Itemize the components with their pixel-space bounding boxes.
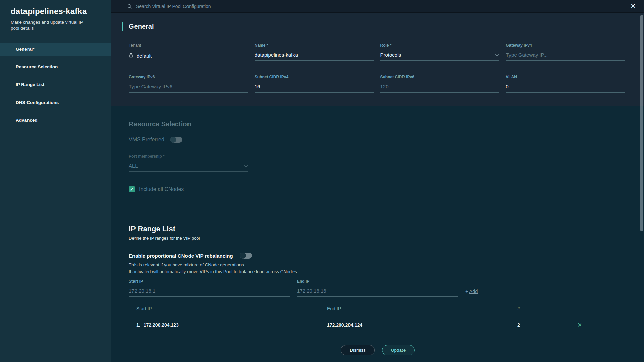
general-fields: Tenant default Name * <box>129 43 625 93</box>
chevron-down-icon <box>495 52 499 58</box>
row-index: 1. <box>136 322 140 328</box>
general-title: General <box>129 23 154 31</box>
ip-range-inputs: Start IP End IP +Add <box>129 279 625 297</box>
section-accent-bar <box>122 22 123 31</box>
gateway-ipv6-input[interactable] <box>129 84 248 89</box>
vms-preferred-toggle[interactable] <box>170 137 182 143</box>
delete-row-icon[interactable]: ✕ <box>573 322 586 329</box>
row-end-ip: 172.200.204.124 <box>327 322 517 328</box>
sidebar-header: datapipelines-kafka Make changes and upd… <box>0 0 111 32</box>
rebalancing-description-line1: This is relevant if you have mixture of … <box>129 262 625 268</box>
gateway-ipv4-input[interactable] <box>506 52 625 58</box>
role-label: Role * <box>380 43 499 48</box>
subnet-cidr-ipv4-field: Subnet CIDR IPv4 <box>255 75 374 93</box>
sidebar-item-advanced[interactable]: Advanced <box>0 114 111 127</box>
ip-range-list-subtitle: Define the IP ranges for the VIP pool <box>129 236 625 241</box>
port-membership-field: Port membership * ALL <box>129 154 248 172</box>
name-input[interactable] <box>255 52 374 58</box>
rebalancing-toggle[interactable] <box>240 253 252 259</box>
header-start-ip: Start IP <box>129 306 327 311</box>
rebalancing-description: This is relevant if you have mixture of … <box>129 262 625 275</box>
search-bar: ✕ <box>111 0 644 13</box>
virtual-ip-pool-config-dialog: datapipelines-kafka Make changes and upd… <box>0 0 644 362</box>
subnet-cidr-ipv6-field: Subnet CIDR IPv6 <box>380 75 499 93</box>
search-input[interactable] <box>136 4 280 9</box>
row-count: 2 <box>517 322 573 328</box>
pool-subtitle: Make changes and update virtual IP pool … <box>11 19 89 32</box>
ip-range-list-title: IP Range List <box>129 225 625 233</box>
port-membership-label: Port membership * <box>129 154 248 159</box>
name-label: Name * <box>255 43 374 48</box>
sidebar-item-dns-configurations[interactable]: DNS Configurations <box>0 96 111 109</box>
pool-title: datapipelines-kafka <box>11 7 100 16</box>
role-select[interactable]: Protocols <box>380 51 499 61</box>
role-value: Protocols <box>380 52 401 58</box>
gateway-ipv6-label: Gateway IPv6 <box>129 75 248 79</box>
gateway-ipv4-label: Gateway IPv4 <box>506 43 625 48</box>
subnet-cidr-ipv4-input[interactable] <box>255 84 374 89</box>
vms-preferred-label: VMS Preferred <box>129 137 164 143</box>
rebalancing-description-line2: If activated will automatically move VIP… <box>129 268 625 275</box>
gateway-ipv4-field: Gateway IPv4 <box>506 43 625 61</box>
include-all-cnodes-label: Include all CNodes <box>139 186 184 192</box>
add-ip-range-button[interactable]: +Add <box>465 289 478 297</box>
end-ip-label: End IP <box>297 279 458 284</box>
sidebar-item-resource-selection[interactable]: Resource Selection <box>0 60 111 74</box>
table-row: 1. 172.200.204.123 172.200.204.124 2 ✕ <box>129 316 625 334</box>
sidebar-item-ip-range-list[interactable]: IP Range List <box>0 78 111 92</box>
sidebar-divider <box>0 37 111 37</box>
tenant-name: default <box>137 53 152 59</box>
tenant-label: Tenant <box>129 43 248 48</box>
sidebar-nav: General* Resource Selection IP Range Lis… <box>0 43 111 127</box>
gateway-ipv6-field: Gateway IPv6 <box>129 75 248 93</box>
lock-icon <box>129 53 133 59</box>
subnet-cidr-ipv6-input[interactable] <box>380 84 499 89</box>
dismiss-button[interactable]: Dismiss <box>341 345 375 355</box>
vlan-label: VLAN <box>506 75 625 79</box>
role-field: Role * Protocols <box>380 43 499 61</box>
ip-range-table-header: Start IP End IP # <box>129 301 625 316</box>
toggle-knob <box>170 137 176 143</box>
subnet-cidr-ipv6-label: Subnet CIDR IPv6 <box>380 75 499 79</box>
section-general: General Tenant default <box>111 13 644 106</box>
vlan-field: VLAN <box>506 75 625 93</box>
section-ip-range-list: IP Range List Define the IP ranges for t… <box>111 225 644 334</box>
scrollbar-thumb[interactable] <box>640 15 643 231</box>
sidebar-item-general[interactable]: General* <box>0 43 111 56</box>
header-count: # <box>517 306 573 311</box>
include-all-cnodes-checkbox[interactable]: ✓ <box>129 186 135 192</box>
header-end-ip: End IP <box>327 306 517 311</box>
end-ip-field: End IP <box>297 279 458 297</box>
tenant-value: default <box>129 51 248 61</box>
name-field: Name * <box>255 43 374 61</box>
section-resource-selection: Resource Selection VMS Preferred Port me… <box>111 106 644 192</box>
rebalancing-label: Enable proportional CNode VIP rebalancin… <box>129 253 233 259</box>
sidebar: datapipelines-kafka Make changes and upd… <box>0 0 111 362</box>
plus-icon: + <box>465 289 468 294</box>
dialog-footer: Dismiss Update <box>111 338 644 362</box>
start-ip-field: Start IP <box>129 279 290 297</box>
row-start-ip: 172.200.204.123 <box>144 322 179 328</box>
update-button[interactable]: Update <box>382 345 415 355</box>
ip-range-table: Start IP End IP # 1. 172.200.204.123 172… <box>129 301 625 334</box>
port-membership-value: ALL <box>129 163 138 169</box>
vlan-input[interactable] <box>506 84 625 89</box>
port-membership-select[interactable]: ALL <box>129 162 248 172</box>
search-icon <box>127 4 132 9</box>
subnet-cidr-ipv4-label: Subnet CIDR IPv4 <box>255 75 374 79</box>
close-icon[interactable]: ✕ <box>630 1 636 11</box>
start-ip-label: Start IP <box>129 279 290 284</box>
start-ip-input[interactable] <box>129 288 290 294</box>
main-panel: ✕ General Tenant <box>111 0 644 362</box>
resource-selection-title: Resource Selection <box>129 120 625 128</box>
toggle-knob <box>240 253 246 259</box>
chevron-down-icon <box>244 163 248 169</box>
tenant-field: Tenant default <box>129 43 248 61</box>
end-ip-input[interactable] <box>297 288 458 294</box>
